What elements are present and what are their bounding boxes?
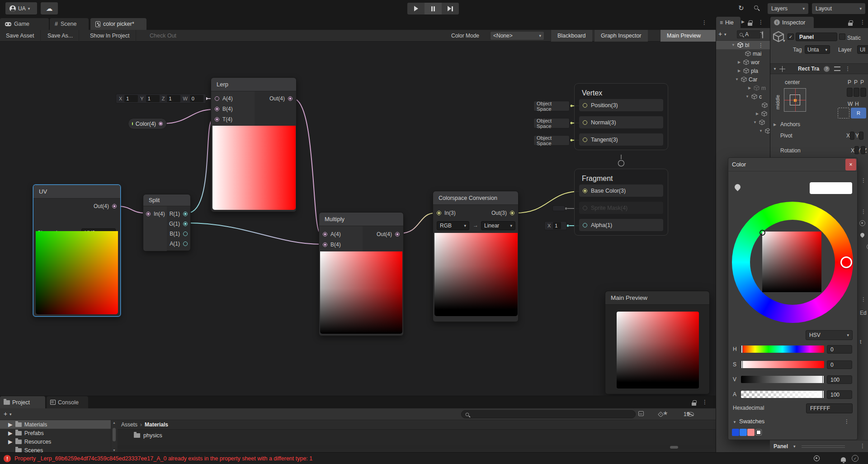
saturation-slider[interactable]: [741, 361, 824, 368]
tab-scroll-icon[interactable]: ▶: [741, 19, 745, 24]
vertex-normal-port[interactable]: [583, 120, 587, 125]
scroll-down-arrow[interactable]: ▼: [113, 449, 116, 452]
hue-slider[interactable]: [741, 346, 824, 353]
hierarchy-row[interactable]: ▶m: [716, 84, 770, 92]
pos-x-field[interactable]: [847, 88, 853, 97]
eyedropper-icon[interactable]: [733, 183, 741, 191]
swatches-kebab-icon[interactable]: ⋮: [844, 418, 849, 425]
scene-row-kebab-icon[interactable]: ⋮: [758, 42, 764, 48]
split-in-port[interactable]: [146, 212, 151, 216]
lerp-a-port[interactable]: [215, 96, 219, 101]
scrollbar-thumb[interactable]: [113, 428, 116, 441]
graph-inspector-toggle[interactable]: Graph Inspector: [594, 30, 648, 42]
hierarchy-row[interactable]: ▶wor: [716, 58, 770, 66]
horizontal-scrollbar-thumb[interactable]: [670, 446, 678, 449]
node-colorspace-conversion[interactable]: Colorspace Conversion In(3) Out(3) RGB▾ …: [433, 191, 519, 322]
swatch-lightblue[interactable]: [740, 429, 747, 436]
asset-folder-physics[interactable]: physics: [134, 432, 162, 439]
check-out-button[interactable]: Check Out: [144, 30, 182, 42]
vertex-position-space-dropdown[interactable]: Object Space: [533, 101, 570, 111]
rect-transform-header[interactable]: ▼ Rect Tra ? ⋮: [770, 63, 868, 74]
preview-dropdown-label[interactable]: Panel: [774, 443, 788, 450]
fragment-base-color-port[interactable]: [583, 189, 587, 193]
show-in-project-button[interactable]: Show In Project: [84, 30, 136, 42]
tab-scene[interactable]: # Scene: [50, 18, 89, 30]
active-checkbox[interactable]: ✓: [788, 33, 794, 40]
colorspace-in-port[interactable]: [437, 211, 441, 215]
folder-row-scenes[interactable]: ▶ Scenes: [0, 446, 117, 453]
tabstrip-kebab-icon[interactable]: ⋮: [702, 19, 707, 26]
folder-row-resources[interactable]: ▶ Resources: [0, 437, 117, 446]
multiply-a-port[interactable]: [323, 232, 327, 237]
value-slider[interactable]: [741, 376, 824, 383]
breadcrumb-root[interactable]: Assets: [121, 421, 137, 428]
folder-expand-arrow[interactable]: ▶: [8, 421, 13, 428]
lerp-vec-x-field[interactable]: 1: [124, 95, 138, 102]
close-button[interactable]: ×: [845, 159, 856, 170]
node-multiply[interactable]: Multiply A(4) B(4) Out(4): [319, 212, 404, 336]
tab-inspector[interactable]: i Inspector: [770, 17, 814, 28]
tab-game[interactable]: Game: [0, 18, 49, 30]
folder-row-prefabs[interactable]: ▶ Prefabs: [0, 429, 117, 437]
play-button[interactable]: [407, 3, 425, 14]
account-button[interactable]: UA ▾: [5, 2, 37, 14]
layout-dropdown[interactable]: Layout▾: [812, 3, 865, 14]
split-b-port[interactable]: [183, 232, 188, 236]
hierarchy-row[interactable]: ▼: [716, 127, 770, 135]
saturation-value-box[interactable]: [762, 232, 821, 292]
task-status-icon[interactable]: ✓: [852, 455, 859, 462]
favorites-icon[interactable]: ★: [663, 410, 668, 417]
scroll-up-arrow[interactable]: ▲: [113, 421, 116, 424]
notifications-bell-icon[interactable]: [841, 457, 846, 462]
value-value-field[interactable]: 100: [827, 375, 852, 384]
pos-z-field[interactable]: [860, 88, 866, 97]
value-slider-handle[interactable]: [822, 375, 824, 384]
cloud-services-button[interactable]: ☁: [41, 2, 58, 14]
hexadecimal-field[interactable]: FFFFFF: [806, 403, 853, 413]
project-search-input[interactable]: [461, 410, 636, 418]
lerp-vec-z-field[interactable]: 1: [167, 95, 180, 102]
tab-hierarchy[interactable]: ≡ Hie: [716, 17, 741, 28]
hierarchy-kebab-icon[interactable]: ⋮: [758, 19, 764, 25]
collab-status-icon[interactable]: [814, 455, 820, 461]
folder-expand-arrow[interactable]: ▶: [8, 438, 13, 445]
colorspace-out-port[interactable]: [510, 211, 514, 215]
swatches-foldout-arrow[interactable]: ▼: [733, 420, 736, 424]
vertex-tangent-port[interactable]: [583, 137, 587, 142]
raw-edit-button[interactable]: R: [851, 108, 866, 118]
status-error-message[interactable]: Property _Lerp_69b6259e4df74c359c845ed23…: [14, 455, 312, 462]
gameobject-name-field[interactable]: Panel: [796, 33, 837, 41]
node-fragment[interactable]: Fragment Base Color(3) Sprite Mask(4) Al…: [574, 169, 668, 236]
split-a-port[interactable]: [183, 241, 188, 246]
hierarchy-row[interactable]: mai: [716, 49, 770, 58]
clipped-object-picker-icon[interactable]: [859, 220, 865, 226]
fragment-sprite-mask-port[interactable]: [583, 206, 587, 210]
horizontal-scrollbar[interactable]: [118, 445, 715, 449]
preview-strip-kebab-icon[interactable]: ⋮: [860, 443, 865, 449]
breadcrumb-current[interactable]: Materials: [145, 421, 168, 428]
save-as-button[interactable]: Save As...: [42, 30, 79, 42]
hierarchy-search-input[interactable]: A: [737, 30, 760, 38]
rot-y-field[interactable]: [861, 146, 865, 154]
layer-dropdown[interactable]: UI: [857, 45, 868, 54]
clipped-eyedropper-icon[interactable]: [859, 232, 865, 238]
clipped-kebab-icon[interactable]: ⋮: [861, 296, 866, 303]
color-mode-select[interactable]: HSV▾: [806, 330, 853, 340]
hierarchy-row[interactable]: ▼c: [716, 92, 770, 101]
main-preview-title[interactable]: Main Preview: [605, 291, 709, 305]
error-icon[interactable]: !: [4, 455, 11, 462]
inspector-kebab-icon[interactable]: ⋮: [860, 19, 865, 25]
project-kebab-icon[interactable]: ⋮: [702, 399, 708, 405]
alpha-slider-handle[interactable]: [822, 390, 824, 398]
add-object-button[interactable]: +: [718, 30, 722, 38]
lock-icon[interactable]: [748, 23, 752, 26]
alpha-value-field[interactable]: 1: [553, 222, 561, 229]
color-window-titlebar[interactable]: Color: [728, 158, 857, 171]
clipped-kebab-icon[interactable]: ⋮: [861, 208, 866, 215]
lerp-vec-y-field[interactable]: 1: [146, 95, 160, 102]
hue-slider-handle[interactable]: [741, 345, 743, 353]
swatch-blue[interactable]: [732, 429, 739, 436]
blueprint-mode-icon[interactable]: [838, 108, 849, 118]
component-kebab-icon[interactable]: ⋮: [845, 66, 850, 72]
pos-y-field[interactable]: [854, 88, 859, 97]
